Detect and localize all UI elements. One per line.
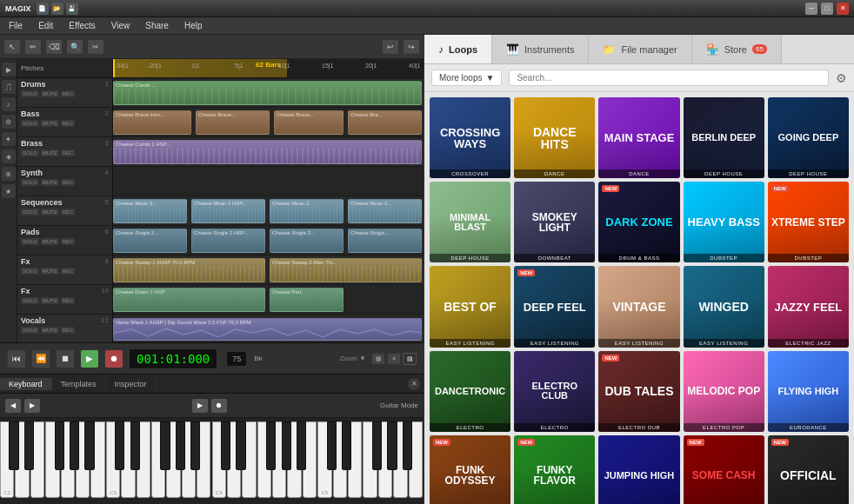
album-card-dance[interactable]: DANCE HITSDANCE <box>514 97 595 178</box>
album-card-funky[interactable]: NEWFunky FLAVORFUNK <box>514 435 595 504</box>
rec-btn-drums[interactable]: REC <box>61 90 76 97</box>
menu-file[interactable]: File <box>5 19 26 32</box>
mute-btn-fx2[interactable]: MUTE <box>41 297 59 304</box>
album-card-crossing[interactable]: CROSSING WAYSCROSSOVER <box>430 97 510 178</box>
album-card-funk[interactable]: NEWFUNK ODYSSEYFUNK <box>430 435 510 504</box>
black-key[interactable] <box>403 421 412 470</box>
track-row-sequences[interactable]: Cheese Mean 2... Cheese Mean 2 HSP... Ch… <box>113 196 424 226</box>
mute-btn-vocals[interactable]: MUTE <box>41 327 59 334</box>
minimize-button[interactable]: ─ <box>805 3 817 15</box>
tab-store[interactable]: 🏪 Store 65 <box>692 35 782 63</box>
solo-btn-bass[interactable]: SOLO <box>21 120 39 127</box>
open-icon[interactable]: 📂 <box>51 3 63 15</box>
black-key[interactable] <box>221 421 230 470</box>
store-search-input[interactable] <box>509 70 829 86</box>
tab-inspector[interactable]: Inspector <box>106 378 157 390</box>
left-icon-4[interactable]: ⚙ <box>2 115 16 129</box>
mute-btn-brass[interactable]: MUTE <box>41 149 59 156</box>
black-key[interactable] <box>236 421 245 470</box>
save-icon[interactable]: 💾 <box>66 3 78 15</box>
black-key[interactable] <box>342 421 351 470</box>
keyboard-close[interactable]: ✕ <box>408 378 420 390</box>
track-row-drums[interactable]: Cheese Combi ... <box>113 78 424 108</box>
track-row-brass[interactable]: Cheese Combi 1 HSP... <box>113 137 424 167</box>
rec-btn-pads[interactable]: REC <box>61 238 76 245</box>
left-icon-3[interactable]: ♪ <box>2 97 16 111</box>
black-key[interactable] <box>372 421 382 470</box>
track-row-fx2[interactable]: Cheese Down 1 HSP Cheese Part... <box>113 285 424 315</box>
play-button[interactable]: ▶ <box>80 349 99 368</box>
mute-btn-synth[interactable]: MUTE <box>41 179 59 186</box>
mute-btn-drums[interactable]: MUTE <box>41 90 59 97</box>
view-btn-1[interactable]: ▦ <box>371 353 385 365</box>
rec-btn-brass[interactable]: REC <box>61 149 76 156</box>
album-card-melodic[interactable]: Melodic POPELECTRO POP <box>684 351 764 432</box>
album-card-berlin[interactable]: Berlin DeepDEEP HOUSE <box>684 97 764 178</box>
toolbar-pencil[interactable]: ✏ <box>24 39 42 55</box>
store-filter-dropdown[interactable]: More loops ▼ <box>431 70 502 86</box>
album-card-electroclub[interactable]: ELECTRO CLUBELECTRO <box>514 351 595 432</box>
toolbar-cursor[interactable]: ↖ <box>3 39 21 55</box>
kb-nav-right[interactable]: ▶ <box>24 399 40 413</box>
album-card-xtreme[interactable]: NEWxtreme stepDUBSTEP <box>768 182 849 262</box>
album-card-cash[interactable]: NEWSOME CASHHIP HOP <box>684 435 764 504</box>
left-icon-6[interactable]: ◈ <box>2 149 16 163</box>
track-row-vocals[interactable]: Verse Wave 1 AHSP | Dip Sound Wave 2.5 F… <box>113 315 424 342</box>
album-card-jazzy[interactable]: JAZZY FeelELECTRIC JAZZ <box>768 266 849 347</box>
kb-rec[interactable]: ⏺ <box>211 399 227 413</box>
rewind-button[interactable]: ⏮ <box>7 349 26 368</box>
album-card-deep[interactable]: NEWDEEP FEELEASY LISTENING <box>514 266 595 347</box>
album-card-winged[interactable]: WINGEDEASY LISTENING <box>684 266 764 347</box>
album-card-going[interactable]: going deepDEEP HOUSE <box>768 97 849 178</box>
menu-view[interactable]: View <box>108 19 134 32</box>
left-icon-5[interactable]: ✦ <box>2 132 16 146</box>
black-key[interactable] <box>190 421 200 470</box>
black-key[interactable] <box>55 421 64 470</box>
album-card-official[interactable]: NEWOFFICIALHIP HOP <box>768 435 849 504</box>
left-icon-2[interactable]: 🎵 <box>2 80 16 94</box>
solo-btn-pads[interactable]: SOLO <box>21 238 39 245</box>
black-key[interactable] <box>84 421 94 470</box>
album-card-jumping[interactable]: JUMPING HIGHHARDSTYLE <box>598 435 679 504</box>
toolbar-split[interactable]: ✂ <box>87 39 104 55</box>
close-button[interactable]: ✕ <box>837 3 849 15</box>
kb-nav-left[interactable]: ◀ <box>5 399 21 413</box>
rec-btn-fx1[interactable]: REC <box>61 268 76 275</box>
piano-area[interactable]: C2C3C4C5 <box>0 418 424 504</box>
rec-btn-seq[interactable]: REC <box>61 209 76 216</box>
album-card-flying[interactable]: FLYING HIGHEURODANCE <box>768 351 849 432</box>
black-key[interactable] <box>24 421 34 470</box>
menu-share[interactable]: Share <box>142 19 172 32</box>
back-button[interactable]: ⏪ <box>31 349 50 368</box>
album-card-dub[interactable]: NEWDUB TALESELECTRO DUB <box>598 351 679 432</box>
menu-effects[interactable]: Effects <box>65 19 98 32</box>
menu-help[interactable]: Help <box>181 19 206 32</box>
new-icon[interactable]: 📄 <box>37 3 49 15</box>
solo-btn-drums[interactable]: SOLO <box>21 90 39 97</box>
black-key[interactable] <box>70 421 79 470</box>
stop-button[interactable]: ⏹ <box>56 349 75 368</box>
black-key[interactable] <box>387 421 397 470</box>
toolbar-zoom[interactable]: 🔍 <box>66 39 83 55</box>
toolbar-eraser[interactable]: ⌫ <box>45 39 63 55</box>
black-key[interactable] <box>9 421 18 470</box>
black-key[interactable] <box>282 421 291 470</box>
black-key[interactable] <box>176 421 185 470</box>
album-card-vintage[interactable]: VINTAGEEASY LISTENING <box>598 266 679 347</box>
kb-play[interactable]: ▶ <box>192 399 208 413</box>
rec-btn-fx2[interactable]: REC <box>61 297 76 304</box>
black-key[interactable] <box>327 421 337 470</box>
mute-btn-fx1[interactable]: MUTE <box>41 268 59 275</box>
black-key[interactable] <box>297 421 306 470</box>
rec-btn-synth[interactable]: REC <box>61 179 76 186</box>
view-btn-3[interactable]: ▤ <box>403 353 417 365</box>
black-key[interactable] <box>160 421 170 470</box>
tab-templates[interactable]: Templates <box>52 378 106 390</box>
album-card-dark[interactable]: NEWDARK ZONEDRUM & BASS <box>598 182 679 262</box>
menu-edit[interactable]: Edit <box>35 19 57 32</box>
track-row-fx1[interactable]: Cheese Sweep 1 AHSP 70.0 BPM Cheese Swee… <box>113 255 424 285</box>
mute-btn-bass[interactable]: MUTE <box>41 120 59 127</box>
album-card-heavy[interactable]: heavy bassDUBSTEP <box>684 182 764 262</box>
solo-btn-synth[interactable]: SOLO <box>21 179 39 186</box>
solo-btn-fx2[interactable]: SOLO <box>21 297 39 304</box>
